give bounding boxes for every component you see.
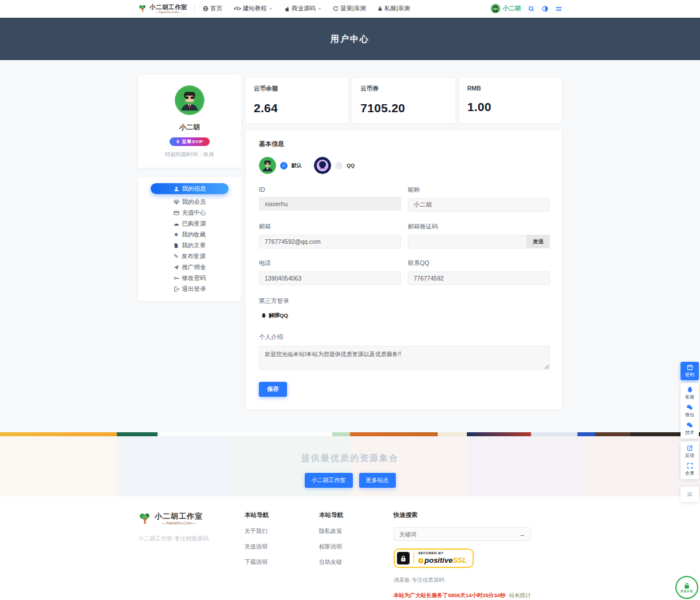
menu-label: 我的收藏 (182, 231, 206, 239)
sidebar-item-change-password[interactable]: 修改密码 (138, 273, 241, 283)
tree-logo-icon (138, 511, 152, 526)
email-input[interactable] (259, 235, 401, 248)
search-icon[interactable] (528, 6, 534, 12)
footer-link-recharge-info[interactable]: 充值说明 (245, 543, 319, 551)
field-label: ID (259, 186, 401, 193)
sidebar-item-my-favorites[interactable]: ★ 我的收藏 (138, 229, 241, 240)
send-code-button[interactable]: 发送 (526, 235, 550, 248)
field-label: 昵称 (408, 186, 550, 194)
fullscreen-button[interactable]: 全屏 (681, 460, 699, 478)
field-email-code: 邮箱验证码 发送 (408, 223, 550, 248)
customer-service-button[interactable]: 客服 (681, 384, 699, 402)
nav-item-tutorials[interactable]: <\> 建站教程 (234, 5, 273, 13)
arrow-right-icon: → (519, 531, 525, 538)
chevron-down-icon (269, 8, 273, 10)
logo-subtitle: —Xiaoerhu.Com— (150, 10, 187, 14)
banner-studio-button[interactable]: 小二胡工作室 (305, 473, 353, 488)
stat-label: RMB (467, 85, 554, 92)
nav-item-home[interactable]: 首页 (203, 5, 222, 13)
nav-item-source-code[interactable]: 商业源码 (284, 5, 321, 13)
footer-logo-title: 小二胡工作室 (155, 512, 203, 520)
field-contact-qq: 联系QQ (408, 259, 550, 285)
logo-title: 小二胡工作室 (150, 4, 187, 10)
seal-lock-icon (683, 582, 690, 589)
sidebar-item-logout[interactable]: 退出登录 (138, 283, 241, 294)
footer-link-friend-links[interactable]: 自助友链 (319, 558, 394, 566)
site-stats-link[interactable]: 站长统计 (509, 592, 531, 598)
field-label: 邮箱 (259, 223, 401, 231)
contact-group: 客服 微信 技术 (681, 383, 699, 439)
contact-qq-input[interactable] (408, 271, 550, 285)
nav-item-bocai[interactable]: 菠菜|亲测 (333, 5, 366, 13)
sidebar-item-purchased-resources[interactable]: ☁ 已购资源 (138, 218, 241, 229)
back-to-top-button[interactable] (681, 487, 699, 502)
field-label: 邮箱验证码 (408, 223, 550, 231)
menu-label: 退出登录 (182, 285, 206, 293)
field-id: ID (259, 186, 401, 212)
section-title: 基本信息 (259, 140, 550, 148)
menu-label: 发布资源 (182, 252, 206, 260)
footer-nav-1: 本站导航 关于我们 充值说明 下载说明 (245, 511, 319, 599)
main-content: 小二胡 ♛ 至尊SVIP 特权到期时间：终身 我的信息 我的会员 (138, 75, 562, 409)
nickname-input[interactable] (408, 198, 550, 212)
sidebar-item-my-membership[interactable]: 我的会员 (138, 196, 241, 207)
phone-input[interactable] (259, 271, 401, 285)
search-input[interactable] (394, 531, 514, 538)
tech-support-button[interactable]: 技术 (681, 420, 699, 437)
nav-username: 小二胡 (503, 5, 521, 13)
key-icon (174, 275, 179, 281)
search-submit-button[interactable]: → (514, 531, 530, 538)
menu-label: 我的会员 (182, 198, 206, 206)
security-seal[interactable]: 安全认证 (675, 576, 698, 599)
stat-card-coin-balance: 云币余额 2.64 (246, 78, 348, 123)
quick-search: → (394, 527, 531, 541)
vip-badge-label: 至尊SVIP (182, 139, 203, 145)
sidebar-item-recharge-center[interactable]: 充值中心 (138, 207, 241, 218)
lock-icon (377, 6, 383, 11)
sidebar-item-referral-commission[interactable]: 推广佣金 (138, 262, 241, 273)
footer-link-permissions[interactable]: 权限说明 (319, 543, 394, 551)
footer-tagline: 小二胡工作室-专注精致源码 (138, 535, 245, 543)
padlock-icon (397, 552, 410, 565)
balance-stats: 云币余额 2.64 云币券 7105.20 RMB 1.00 (246, 78, 562, 123)
qq-avatar-label: QQ (347, 163, 355, 168)
unbind-qq-button[interactable]: 解绑QQ (259, 311, 290, 321)
gem-icon (174, 199, 179, 205)
hamburger-menu-icon[interactable] (556, 6, 562, 11)
qq-avatar[interactable] (314, 157, 331, 174)
left-sidebar: 小二胡 ♛ 至尊SVIP 特权到期时间：终身 我的信息 我的会员 (138, 75, 241, 301)
dark-mode-icon[interactable] (542, 6, 548, 12)
field-label: 电话 (259, 259, 401, 267)
menu-label: 修改密码 (182, 274, 206, 282)
footer-link-privacy[interactable]: 隐私政策 (319, 527, 394, 535)
save-button[interactable]: 保存 (259, 382, 287, 397)
feedback-button[interactable]: 反馈 (681, 443, 699, 460)
sidebar-item-publish-resource[interactable]: ✎ 发布资源 (138, 251, 241, 262)
default-avatar[interactable] (259, 157, 276, 174)
service-duration-red: 本站为广大站长服务了5856天14小时25分34秒 (394, 592, 505, 598)
banner-more-sites-button[interactable]: 更多站点 (359, 473, 396, 488)
footer-link-about[interactable]: 关于我们 (245, 527, 319, 535)
plus-icon: + (418, 558, 423, 563)
file-icon (174, 243, 179, 248)
sidebar-item-my-info[interactable]: 我的信息 (151, 183, 229, 194)
user-icon (174, 186, 179, 192)
nav-label: 商业源码 (292, 5, 316, 13)
wechat-button[interactable]: 微信 (681, 402, 699, 420)
avatar (490, 3, 501, 14)
field-email: 邮箱 (259, 223, 401, 248)
email-code-input[interactable] (408, 235, 526, 248)
checkin-button[interactable]: 签到 (681, 362, 699, 380)
site-logo[interactable]: 小二胡工作室 —Xiaoerhu.Com— (138, 4, 187, 14)
paper-plane-icon (174, 265, 179, 270)
footer-brand: 小二胡工作室 —Xiaoerhu.Com— 小二胡工作室-专注精致源码 (138, 511, 245, 599)
footer-search-title: 快速搜索 (394, 511, 562, 519)
nav-user-menu[interactable]: 小二胡 (490, 3, 521, 14)
sidebar-item-my-articles[interactable]: 我的文章 (138, 240, 241, 251)
footer-link-download-info[interactable]: 下载说明 (245, 558, 319, 566)
checkin-label: 签到 (685, 372, 694, 378)
footer-search-col: 快速搜索 → SECURED BY +positiveSSL 强老板·专注优质源… (394, 511, 562, 599)
footer-col-title: 本站导航 (319, 511, 394, 519)
intro-textarea[interactable]: 欢迎您光临本站!本站为您提供优质资源以及优质服务!! (259, 346, 550, 370)
nav-item-sifu[interactable]: 私服|亲测 (377, 5, 410, 13)
